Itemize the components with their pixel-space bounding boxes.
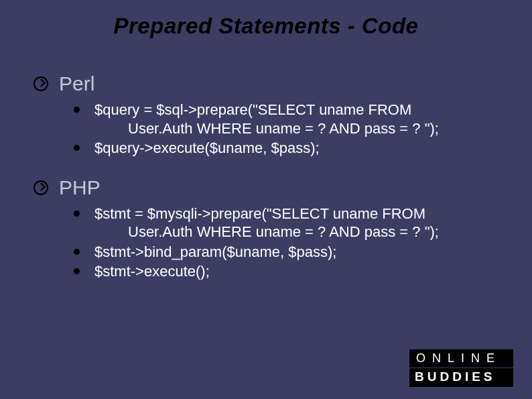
- dot-bullet-icon: [74, 268, 80, 274]
- dot-bullet-icon: [74, 211, 80, 217]
- code-line: $query = $sql->prepare("SELECT uname FRO…: [94, 101, 411, 118]
- dot-bullet-icon: [74, 107, 80, 113]
- code-line: $stmt = $mysqli->prepare("SELECT uname F…: [94, 205, 425, 222]
- code-line-indent: User.Auth WHERE uname = ? AND pass = ? "…: [94, 223, 439, 241]
- logo-bottom-text: BUDDIES: [409, 368, 513, 387]
- item-text: $query = $sql->prepare("SELECT uname FRO…: [94, 101, 439, 137]
- slide-title: Prepared Statements - Code: [0, 0, 532, 39]
- online-buddies-logo: ONLINE BUDDIES: [409, 349, 513, 384]
- dot-bullet-icon: [74, 249, 80, 255]
- arrow-bullet-icon: [34, 180, 48, 195]
- list-item: $stmt->execute();: [74, 262, 498, 281]
- item-text: $stmt->execute();: [94, 262, 210, 281]
- section-header: PHP: [34, 176, 498, 199]
- section-php: PHP $stmt = $mysqli->prepare("SELECT una…: [34, 176, 498, 281]
- list-item: $stmt = $mysqli->prepare("SELECT uname F…: [74, 205, 498, 241]
- item-text: $stmt->bind_param($uname, $pass);: [94, 243, 336, 262]
- dot-bullet-icon: [74, 145, 80, 151]
- section-items: $stmt = $mysqli->prepare("SELECT uname F…: [34, 205, 498, 281]
- section-header: Perl: [34, 72, 498, 95]
- list-item: $query = $sql->prepare("SELECT uname FRO…: [74, 101, 498, 137]
- logo-top-text: ONLINE: [409, 349, 513, 368]
- section-items: $query = $sql->prepare("SELECT uname FRO…: [34, 101, 498, 158]
- item-text: $stmt = $mysqli->prepare("SELECT uname F…: [94, 205, 439, 241]
- section-perl: Perl $query = $sql->prepare("SELECT unam…: [34, 72, 498, 158]
- section-heading: PHP: [59, 176, 101, 199]
- slide-content: Perl $query = $sql->prepare("SELECT unam…: [0, 39, 532, 281]
- code-line-indent: User.Auth WHERE uname = ? AND pass = ? "…: [94, 119, 439, 138]
- section-heading: Perl: [59, 72, 94, 95]
- arrow-bullet-icon: [34, 76, 48, 91]
- item-text: $query->execute($uname, $pass);: [94, 139, 320, 158]
- list-item: $query->execute($uname, $pass);: [74, 139, 498, 158]
- list-item: $stmt->bind_param($uname, $pass);: [74, 243, 498, 262]
